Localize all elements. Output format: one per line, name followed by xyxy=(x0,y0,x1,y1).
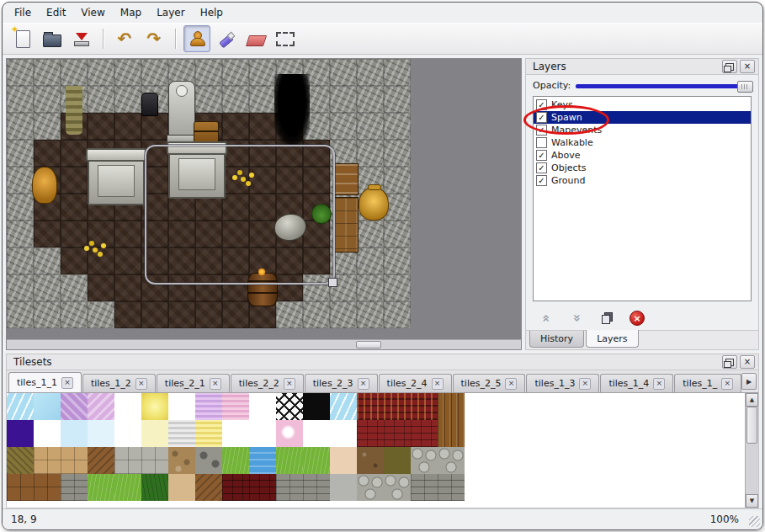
tileset-tile[interactable] xyxy=(276,393,303,420)
tileset-tile[interactable] xyxy=(61,393,88,420)
map-tile[interactable] xyxy=(222,86,249,113)
map-tile[interactable] xyxy=(34,59,61,86)
tileset-tab-tiles_2_3[interactable]: tiles_2_3× xyxy=(305,374,378,392)
scroll-tabs-right-button[interactable]: ▶ xyxy=(741,373,757,390)
tileset-tab-tiles_2_5[interactable]: tiles_2_5× xyxy=(453,374,526,392)
map-tile[interactable] xyxy=(114,59,141,86)
tileset-tile[interactable] xyxy=(438,474,465,501)
layer-row-spawn[interactable]: ✓Spawn xyxy=(534,111,751,124)
map-tile[interactable] xyxy=(61,140,88,167)
layer-visibility-checkbox[interactable]: ✓ xyxy=(536,175,547,186)
map-tile[interactable] xyxy=(34,113,61,140)
map-tile[interactable] xyxy=(384,59,411,86)
layer-row-above[interactable]: ✓Above xyxy=(534,149,751,162)
raise-layer-button[interactable]: « xyxy=(534,308,558,328)
tileset-tile[interactable] xyxy=(357,393,384,420)
map-tile[interactable] xyxy=(88,274,114,301)
h-scrollbar-thumb[interactable] xyxy=(356,341,381,348)
tileset-tile[interactable] xyxy=(7,420,34,447)
map-tile[interactable] xyxy=(222,301,249,328)
layer-visibility-checkbox[interactable]: ✓ xyxy=(536,162,547,173)
tileset-tile[interactable] xyxy=(249,393,276,420)
menu-map[interactable]: Map xyxy=(114,4,148,21)
tileset-tab-tiles_1_2[interactable]: tiles_1_2× xyxy=(82,374,156,392)
map-tile[interactable] xyxy=(195,301,222,328)
map-canvas[interactable] xyxy=(7,59,411,328)
tileset-tile[interactable] xyxy=(303,420,330,447)
map-tile[interactable] xyxy=(330,59,357,86)
dock-tab-history[interactable]: History xyxy=(529,331,584,348)
map-tile[interactable] xyxy=(384,274,411,301)
stamp-tool-button[interactable] xyxy=(183,25,210,52)
layer-row-ground[interactable]: ✓Ground xyxy=(534,174,751,187)
map-tile[interactable] xyxy=(330,86,357,113)
map-tile[interactable] xyxy=(357,247,384,274)
close-tab-icon[interactable]: × xyxy=(432,378,444,390)
map-tile[interactable] xyxy=(7,247,34,274)
tileset-tile[interactable] xyxy=(168,474,195,501)
tileset-view[interactable]: ▲ ▼ xyxy=(7,393,758,508)
close-tab-icon[interactable]: × xyxy=(505,378,517,390)
close-tab-icon[interactable]: × xyxy=(61,377,73,389)
layer-visibility-checkbox[interactable]: ✓ xyxy=(536,150,547,161)
close-tab-icon[interactable]: × xyxy=(579,378,591,390)
map-tile[interactable] xyxy=(141,113,168,140)
map-tile[interactable] xyxy=(357,140,384,167)
menu-help[interactable]: Help xyxy=(194,4,230,21)
opacity-slider-handle[interactable] xyxy=(737,81,753,93)
tileset-tile[interactable] xyxy=(61,420,88,447)
layer-row-objects[interactable]: ✓Objects xyxy=(534,162,751,174)
map-tile[interactable] xyxy=(34,140,61,167)
layer-visibility-checkbox[interactable]: ✓ xyxy=(536,125,547,136)
tileset-tile[interactable] xyxy=(438,420,465,447)
tileset-tile[interactable] xyxy=(168,447,195,474)
tileset-tile[interactable] xyxy=(330,447,357,474)
map-tile[interactable] xyxy=(384,140,411,167)
tileset-tile[interactable] xyxy=(141,420,168,447)
tileset-tile[interactable] xyxy=(7,393,34,420)
map-tile[interactable] xyxy=(141,59,168,86)
map-tile[interactable] xyxy=(114,247,141,274)
tileset-tile[interactable] xyxy=(34,447,61,474)
close-tab-icon[interactable]: × xyxy=(284,378,295,390)
tileset-tile[interactable] xyxy=(438,393,465,420)
tileset-tile[interactable] xyxy=(34,420,61,447)
map-tile[interactable] xyxy=(195,86,222,113)
tileset-tile[interactable] xyxy=(249,447,276,474)
menu-layer[interactable]: Layer xyxy=(150,4,191,21)
map-tile[interactable] xyxy=(384,247,411,274)
export-save-button[interactable] xyxy=(68,25,95,52)
tileset-tile[interactable] xyxy=(303,474,330,501)
tileset-tile[interactable] xyxy=(384,420,411,447)
selection-rectangle[interactable] xyxy=(145,145,335,285)
map-tile[interactable] xyxy=(249,86,276,113)
tileset-tile[interactable] xyxy=(330,474,357,501)
tileset-tile[interactable] xyxy=(7,447,34,474)
map-tile[interactable] xyxy=(357,113,384,140)
map-tile[interactable] xyxy=(61,167,88,194)
close-tab-icon[interactable]: × xyxy=(210,378,221,390)
tileset-tile[interactable] xyxy=(195,420,222,447)
map-tile[interactable] xyxy=(384,86,411,113)
close-tab-icon[interactable]: × xyxy=(135,378,147,390)
map-tile[interactable] xyxy=(88,113,114,140)
tileset-tile[interactable] xyxy=(249,474,276,501)
map-tile[interactable] xyxy=(303,301,330,328)
tileset-tab-tiles_1_[interactable]: tiles_1_× xyxy=(674,374,741,392)
tileset-tab-tiles_1_3[interactable]: tiles_1_3× xyxy=(526,374,599,392)
v-scrollbar-thumb[interactable] xyxy=(746,407,757,444)
close-tab-icon[interactable]: × xyxy=(653,378,665,390)
lower-layer-button[interactable]: « xyxy=(565,308,588,328)
map-tile[interactable] xyxy=(222,59,249,86)
tileset-tile[interactable] xyxy=(88,393,114,420)
tileset-tile[interactable] xyxy=(114,420,141,447)
redo-button[interactable]: ↷ xyxy=(141,25,167,52)
tileset-tab-tiles_2_4[interactable]: tiles_2_4× xyxy=(379,374,452,392)
tileset-tile[interactable] xyxy=(411,420,438,447)
layer-row-keys[interactable]: ✓Keys xyxy=(534,98,751,111)
tileset-tile[interactable] xyxy=(303,393,330,420)
map-tile[interactable] xyxy=(330,301,357,328)
layer-visibility-checkbox[interactable] xyxy=(536,137,547,148)
map-tile[interactable] xyxy=(114,221,141,247)
tileset-tile[interactable] xyxy=(411,393,438,420)
